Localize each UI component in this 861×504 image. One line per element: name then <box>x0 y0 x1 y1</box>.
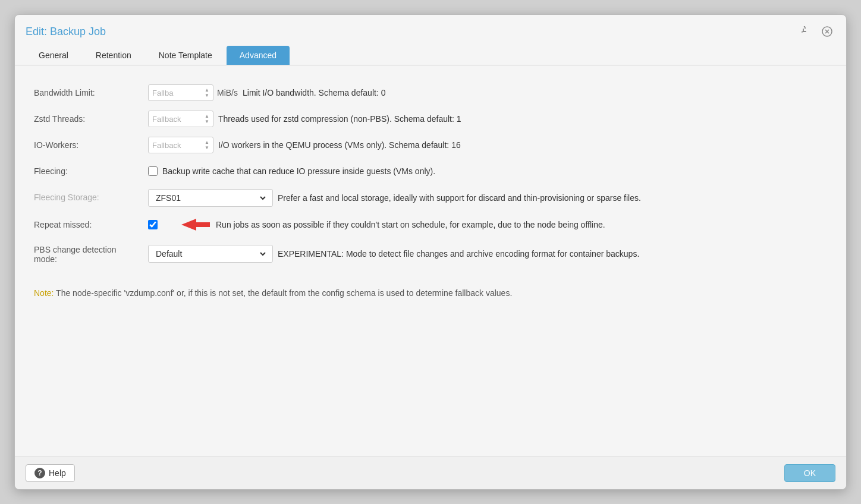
tab-content-advanced: Bandwidth Limit: Fallba ▲ ▼ MiB/s Limit … <box>15 65 846 456</box>
io-workers-spinbox[interactable]: Fallback ▲ ▼ <box>148 137 213 153</box>
note-label: Note: <box>34 288 54 298</box>
help-icon: ? <box>34 468 45 478</box>
note-section: Note: The node-specific 'vzdump.conf' or… <box>29 281 832 305</box>
fleecing-storage-label: Fleecing Storage: <box>29 184 148 212</box>
repeat-missed-field: Run jobs as soon as possible if they cou… <box>148 212 832 238</box>
repeat-missed-checkbox[interactable] <box>148 220 158 229</box>
form-grid: Bandwidth Limit: Fallba ▲ ▼ MiB/s Limit … <box>29 80 832 270</box>
zstd-threads-spinbox[interactable]: Fallback ▲ ▼ <box>148 111 213 127</box>
bandwidth-limit-spinbox[interactable]: Fallba ▲ ▼ <box>148 84 213 101</box>
tab-note-template[interactable]: Note Template <box>146 46 225 65</box>
zstd-threads-label: Zstd Threads: <box>29 106 148 132</box>
fleecing-field: Backup write cache that can reduce IO pr… <box>148 158 832 184</box>
bandwidth-limit-field: Fallba ▲ ▼ MiB/s Limit I/O bandwidth. Sc… <box>148 80 832 106</box>
io-workers-desc: I/O workers in the QEMU process (VMs onl… <box>218 139 461 152</box>
dialog-controls <box>799 23 835 40</box>
pbs-detection-label: PBS change detection mode: <box>29 238 148 270</box>
tab-general[interactable]: General <box>26 46 81 65</box>
fleecing-desc: Backup write cache that can reduce IO pr… <box>162 165 435 178</box>
repeat-missed-arrow <box>164 216 211 233</box>
repeat-missed-desc: Run jobs as soon as possible if they cou… <box>216 219 605 231</box>
edit-backup-job-dialog: Edit: Backup Job General Retention Note … <box>14 14 847 490</box>
pbs-detection-select[interactable]: Default <box>148 245 273 263</box>
tab-retention[interactable]: Retention <box>83 46 144 65</box>
help-label: Help <box>49 468 66 478</box>
fleecing-label: Fleecing: <box>29 158 148 184</box>
fleecing-storage-select[interactable]: ZFS01 <box>148 189 273 207</box>
note-text: The node-specific 'vzdump.conf' or, if t… <box>54 288 512 298</box>
close-button[interactable] <box>819 23 835 40</box>
zstd-threads-field: Fallback ▲ ▼ Threads used for zstd compr… <box>148 106 832 132</box>
fleecing-checkbox[interactable] <box>148 166 158 176</box>
pbs-detection-field: Default EXPERIMENTAL: Mode to detect fil… <box>148 238 832 270</box>
ok-button[interactable]: OK <box>784 464 835 482</box>
bandwidth-limit-desc: Limit I/O bandwidth. Schema default: 0 <box>243 87 385 99</box>
svg-marker-3 <box>181 219 210 231</box>
undo-button[interactable] <box>799 23 815 40</box>
dialog-header: Edit: Backup Job <box>15 15 846 46</box>
tab-advanced[interactable]: Advanced <box>227 46 290 65</box>
bandwidth-unit: MiB/s <box>217 88 238 97</box>
bandwidth-limit-label: Bandwidth Limit: <box>29 80 148 106</box>
io-workers-label: IO-Workers: <box>29 132 148 158</box>
dialog-footer: ? Help OK <box>15 456 846 489</box>
pbs-detection-desc: EXPERIMENTAL: Mode to detect file change… <box>278 248 639 260</box>
fleecing-storage-desc: Prefer a fast and local storage, ideally… <box>278 192 641 204</box>
zstd-threads-desc: Threads used for zstd compression (non-P… <box>218 113 461 125</box>
dialog-title: Edit: Backup Job <box>26 26 106 38</box>
tab-bar: General Retention Note Template Advanced <box>15 46 846 65</box>
repeat-missed-label: Repeat missed: <box>29 212 148 238</box>
help-button[interactable]: ? Help <box>26 464 75 482</box>
fleecing-storage-field: ZFS01 Prefer a fast and local storage, i… <box>148 184 832 212</box>
io-workers-field: Fallback ▲ ▼ I/O workers in the QEMU pro… <box>148 132 832 158</box>
